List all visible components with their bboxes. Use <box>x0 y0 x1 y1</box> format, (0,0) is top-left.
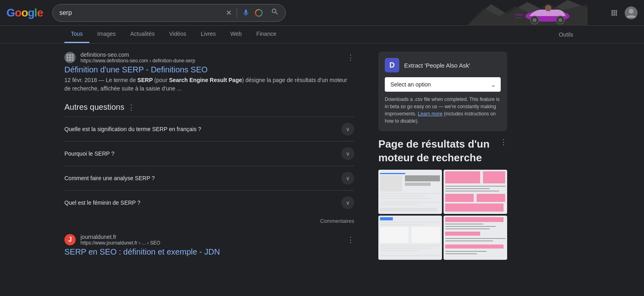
faq-question-2: Pourquoi le SERP ? <box>64 150 114 157</box>
knowledge-panel: Page de résultats d'un moteur de recherc… <box>378 138 507 260</box>
autres-questions: Autres questions ⋮ Quelle est la signifi… <box>64 103 354 224</box>
thumb-element <box>445 245 504 249</box>
commentaires[interactable]: Commentaires <box>64 218 354 224</box>
logo-l: l <box>34 6 37 19</box>
favicon-grid <box>66 54 74 61</box>
faq-item-4[interactable]: Quel est le féminin de SERP ? ∨ <box>64 190 354 215</box>
thumb-element <box>380 175 402 191</box>
thumb-element <box>445 191 499 191</box>
svg-point-11 <box>629 9 634 14</box>
lens-button[interactable] <box>255 9 263 17</box>
search-input[interactable] <box>59 9 226 16</box>
tab-images[interactable]: Images <box>91 26 122 43</box>
thumb-element <box>380 224 425 225</box>
kp-image-2[interactable] <box>444 170 507 214</box>
thumb-element <box>405 183 430 186</box>
tab-web[interactable]: Web <box>224 26 248 43</box>
thumb-element <box>380 227 409 243</box>
thumb-element <box>380 193 440 194</box>
kp-image-4[interactable] <box>444 216 507 260</box>
tab-outils[interactable]: Outils <box>552 27 580 43</box>
faq-chevron-3: ∨ <box>341 172 354 185</box>
apps-button[interactable] <box>610 9 618 17</box>
thumb-element <box>380 250 418 251</box>
faq-item-3[interactable]: Comment faire une analyse SERP ? ∨ <box>64 166 354 190</box>
thumb-element <box>445 226 496 227</box>
clear-button[interactable]: ✕ <box>226 8 232 17</box>
header-right <box>610 6 638 19</box>
result-item-1: definitions-seo.com https://www.definiti… <box>64 51 354 93</box>
thumb-element <box>445 171 480 183</box>
faq-chevron-2: ∨ <box>341 147 354 160</box>
autres-header: Autres questions ⋮ <box>64 103 354 112</box>
right-column: D Extract 'People Also Ask' Select an op… <box>378 51 507 266</box>
grid-cell <box>72 56 74 58</box>
option-select[interactable]: Select an option <box>385 77 501 92</box>
car-decoration <box>515 1 580 26</box>
learn-more-link[interactable]: Learn more <box>418 111 442 117</box>
user-avatar[interactable] <box>625 6 638 19</box>
thumb-element <box>445 253 477 254</box>
thumb-element <box>445 240 493 241</box>
thumb-element <box>483 171 505 183</box>
thumb-element <box>380 198 431 199</box>
thumb-element <box>445 232 480 236</box>
kp-images <box>378 170 507 260</box>
faq-chevron-4: ∨ <box>341 196 354 209</box>
thumb-element <box>380 204 418 205</box>
select-wrapper: Select an option ⌄ <box>385 77 501 92</box>
kp-image-1[interactable] <box>378 170 442 214</box>
result-item-2: J journaldunet.fr https://www.journaldun… <box>64 234 354 257</box>
result-source-info-1: definitions-seo.com https://www.definiti… <box>80 51 342 64</box>
result-more-2[interactable]: ⋮ <box>347 235 354 244</box>
faq-item-1[interactable]: Quelle est la signification du terme SER… <box>64 117 354 141</box>
thumb-element <box>445 224 483 224</box>
kp-thumb-4 <box>444 216 507 260</box>
kp-title-wrapper: Page de résultats d'un moteur de recherc… <box>378 138 507 170</box>
thumb-element <box>380 217 393 220</box>
result-title-2[interactable]: SERP en SEO : définition et exemple - JD… <box>64 247 354 257</box>
autres-title: Autres questions <box>64 103 124 112</box>
extension-panel: D Extract 'People Also Ask' Select an op… <box>378 51 507 131</box>
result-title-1[interactable]: Définition d'une SERP - Definitions SEO <box>64 65 354 74</box>
thumb-element <box>380 173 405 174</box>
logo-e: e <box>37 6 43 19</box>
kp-more-button[interactable]: ⋮ <box>500 138 507 146</box>
logo-g: G <box>6 6 15 19</box>
search-button[interactable] <box>271 8 279 18</box>
logo-g2: g <box>28 6 34 19</box>
extension-title: Extract 'People Also Ask' <box>404 62 470 69</box>
logo-o1: o <box>15 6 21 19</box>
tab-actualites[interactable]: Actualités <box>124 26 161 43</box>
autres-more-icon[interactable]: ⋮ <box>128 103 135 112</box>
nav-tabs: Tous Images Actualités Vidéos Livres Web… <box>0 26 644 43</box>
kp-title: Page de résultats d'un moteur de recherc… <box>378 138 507 165</box>
faq-item-2[interactable]: Pourquoi le SERP ? ∨ <box>64 141 354 166</box>
result-more-1[interactable]: ⋮ <box>347 53 354 62</box>
search-bar: ✕ <box>52 4 286 22</box>
svg-point-4 <box>533 18 537 22</box>
thumb-element <box>380 208 437 211</box>
tab-livres[interactable]: Livres <box>194 26 222 43</box>
header: Google ✕ <box>0 0 644 26</box>
thumb-element <box>405 175 440 181</box>
thumb-element <box>445 204 504 212</box>
tab-tous[interactable]: Tous <box>64 26 89 43</box>
thumb-element <box>445 251 487 252</box>
extension-header: D Extract 'People Also Ask' <box>385 58 501 72</box>
thumb-element <box>445 188 490 189</box>
faq-question-1: Quelle est la signification du terme SER… <box>64 126 201 132</box>
tab-finance[interactable]: Finance <box>250 26 283 43</box>
svg-point-6 <box>558 18 562 22</box>
thumb-element <box>445 186 506 187</box>
faq-question-3: Comment faire une analyse SERP ? <box>64 175 155 181</box>
result-snippet-1: 12 févr. 2018 — Le terme de SERP (pour S… <box>64 76 354 93</box>
favicon-2: J <box>64 234 76 245</box>
google-logo[interactable]: Google <box>6 6 43 19</box>
thumb-element <box>477 194 505 202</box>
grid-cell <box>69 54 71 56</box>
tab-videos[interactable]: Vidéos <box>163 26 193 43</box>
voice-search-button[interactable] <box>242 9 250 17</box>
kp-image-3[interactable] <box>378 216 442 260</box>
grid-cell <box>69 56 71 58</box>
